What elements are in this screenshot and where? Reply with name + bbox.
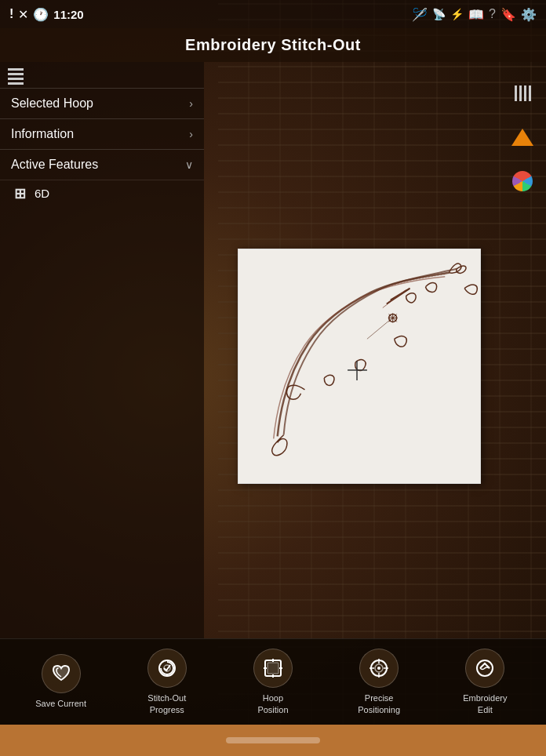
save-current-button[interactable]: Save Current xyxy=(30,654,93,709)
sidebar-item-active-features[interactable]: Active Features ∨ xyxy=(0,149,204,180)
right-panel xyxy=(507,78,538,197)
sidebar-item-selected-hoop[interactable]: Selected Hoop › xyxy=(0,88,204,118)
embroidery-canvas xyxy=(238,249,481,484)
information-arrow: › xyxy=(189,128,193,140)
sidebar-submenu-6d: ⊞ 6D xyxy=(0,180,204,206)
question-icon: ? xyxy=(489,7,496,21)
status-time: 11:20 xyxy=(53,8,83,21)
selected-hoop-arrow: › xyxy=(189,97,193,110)
precise-positioning-icon xyxy=(359,649,399,688)
menu-bars-icon xyxy=(8,68,24,85)
svg-rect-8 xyxy=(268,663,278,674)
right-bars-icon[interactable] xyxy=(507,78,538,109)
bottom-toolbar: Save Current Stitch-OutProgress xyxy=(0,638,546,725)
svg-point-19 xyxy=(377,667,380,670)
exclamation-icon: ! xyxy=(9,7,13,21)
bluetooth-icon: ⚡ xyxy=(450,8,464,20)
information-label: Information xyxy=(11,127,74,141)
embroidery-icon: 🪡 xyxy=(412,7,428,22)
settings-icon: ⚙️ xyxy=(521,7,537,22)
bookmark-icon: 🔖 xyxy=(500,7,516,22)
canvas-area xyxy=(204,62,546,638)
active-features-chevron: ∨ xyxy=(185,158,193,171)
brand-logo xyxy=(226,737,320,743)
embroidery-edit-icon xyxy=(465,649,504,688)
save-current-label: Save Current xyxy=(35,698,86,709)
triangle-shape xyxy=(511,129,533,146)
hoop-position-button[interactable]: HoopPosition xyxy=(242,649,304,715)
hoop-position-icon xyxy=(253,649,293,688)
main-content: Selected Hoop › Information › Active Fea… xyxy=(0,62,546,638)
save-current-icon xyxy=(42,654,81,693)
embroidery-design xyxy=(238,249,480,483)
submenu-6d-label: 6D xyxy=(35,187,49,200)
precise-positioning-label: PrecisePositioning xyxy=(358,692,400,715)
status-left-icons: ! ✕ 🕐 11:20 xyxy=(9,7,406,22)
embroidery-edit-label: EmbroideryEdit xyxy=(463,692,507,715)
selected-hoop-label: Selected Hoop xyxy=(11,96,93,111)
active-features-label: Active Features xyxy=(11,158,98,172)
horizontal-bars xyxy=(515,85,531,101)
palette-icon[interactable] xyxy=(507,165,538,197)
sidebar-item-information[interactable]: Information › xyxy=(0,118,204,149)
close-circle-icon: ✕ xyxy=(18,7,28,22)
brand-bar xyxy=(0,725,546,756)
hoop-position-label: HoopPosition xyxy=(257,692,288,715)
palette-circle-shape xyxy=(512,171,533,191)
svg-rect-0 xyxy=(238,249,480,483)
sidebar-header xyxy=(0,62,204,88)
machine-h-icon: ⊞ xyxy=(11,187,28,200)
rss-icon: 📡 xyxy=(432,8,446,20)
stitch-out-label: Stitch-OutProgress xyxy=(147,692,186,715)
precise-positioning-button[interactable]: PrecisePositioning xyxy=(348,649,410,715)
sidebar: Selected Hoop › Information › Active Fea… xyxy=(0,62,204,638)
stitch-out-progress-button[interactable]: Stitch-OutProgress xyxy=(136,649,198,715)
embroidery-edit-button[interactable]: EmbroideryEdit xyxy=(453,649,516,715)
stitch-out-icon xyxy=(147,649,187,688)
status-bar: ! ✕ 🕐 11:20 🪡 📡 ⚡ 📖 ? 🔖 ⚙️ xyxy=(0,0,546,28)
layers-icon[interactable] xyxy=(507,122,538,153)
book-icon: 📖 xyxy=(468,7,484,22)
page-title: Embroidery Stitch-Out xyxy=(0,28,546,62)
clock-icon: 🕐 xyxy=(33,7,49,22)
status-right-icons: 🪡 📡 ⚡ 📖 ? 🔖 ⚙️ xyxy=(412,7,537,22)
